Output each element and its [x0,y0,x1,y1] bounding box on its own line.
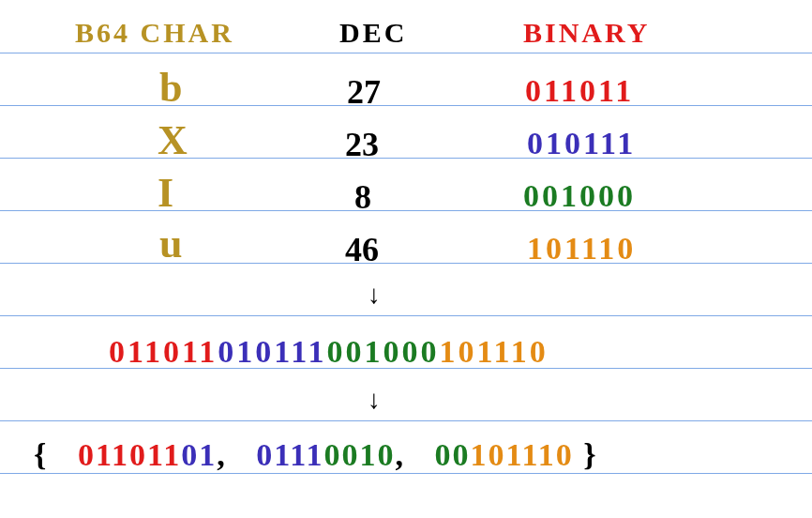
dec-value: 8 [354,180,371,214]
separator: , [395,437,405,472]
byte-seg: 00 [434,437,470,472]
byte-seg: 101110 [470,437,573,472]
concat-seg: 011011 [109,334,218,369]
ruled-paper: B64 CHAR DEC BINARY b 27 011011 X 23 010… [0,0,812,518]
header-char: B64 CHAR [75,19,234,47]
byte-seg: 0010 [323,437,395,472]
byte-seg: 011011 [78,437,181,472]
rule-line [0,210,812,211]
down-arrow-icon: ↓ [368,387,381,413]
brace-close: } [583,437,597,472]
byte-groups: { 01101101, 01110010, 00101110 } [34,437,598,473]
b64-char: X [158,120,188,161]
concatenated-bits: 011011010111001000101110 [109,334,549,370]
rule-line [0,473,812,474]
concat-seg: 101110 [440,334,549,369]
byte-seg: 0111 [256,437,323,472]
spacer [414,437,425,472]
binary-value: 101110 [527,233,636,265]
byte-seg: 01 [181,437,217,472]
dec-value: 23 [345,128,379,161]
b64-char: b [159,68,182,109]
rule-line [0,105,812,106]
header-binary: BINARY [523,19,650,47]
b64-char: I [158,173,173,214]
separator: , [217,437,227,472]
binary-value: 001000 [523,180,636,212]
concat-seg: 010111 [218,334,326,369]
dec-value: 46 [345,233,379,267]
rule-line [0,263,812,264]
concat-seg: 001000 [327,334,440,369]
dec-value: 27 [347,75,381,109]
header-dec: DEC [339,19,407,47]
spacer [58,437,68,472]
down-arrow-icon: ↓ [368,282,381,308]
brace-open: { [34,437,48,472]
rule-line [0,315,812,316]
binary-value: 011011 [525,75,634,107]
binary-value: 010111 [527,128,636,160]
rule-line [0,420,812,421]
rule-line [0,158,812,159]
rule-line [0,53,812,53]
b64-char: u [159,223,182,265]
spacer [236,437,247,472]
